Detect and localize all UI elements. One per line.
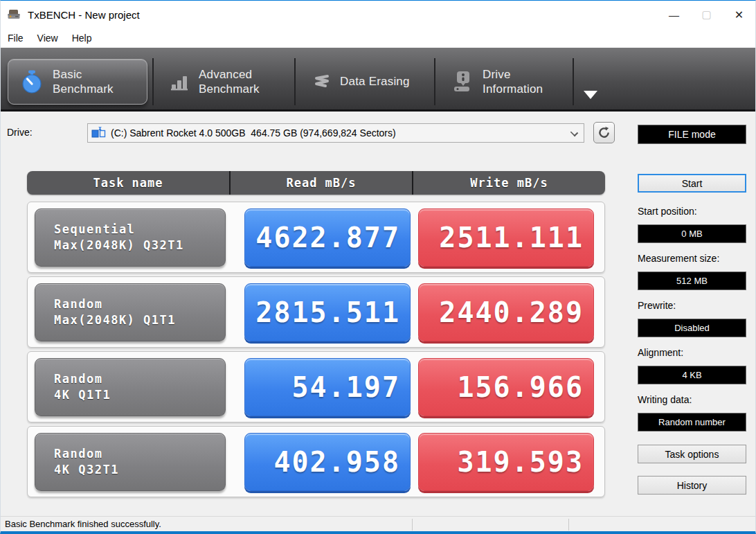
- tab-bar: BasicBenchmark AdvancedBenchmark: [1, 48, 755, 112]
- read-value: 54.197: [244, 358, 411, 416]
- table-row: Random 4K Q32T1 402.958 319.593: [27, 426, 605, 497]
- tab-label: AdvancedBenchmark: [199, 67, 260, 97]
- chevron-down-icon[interactable]: [584, 91, 597, 99]
- drive-info-icon: [452, 70, 474, 94]
- menu-bar: File View Help: [1, 28, 755, 48]
- read-value: 4622.877: [244, 208, 411, 267]
- tab-divider: [294, 58, 296, 105]
- status-divider: [568, 519, 569, 531]
- history-button[interactable]: History: [638, 476, 746, 495]
- tab-drive-information[interactable]: DriveInformation: [441, 59, 570, 105]
- partition-icon: [91, 126, 107, 140]
- menu-file[interactable]: File: [1, 30, 30, 46]
- task-button[interactable]: Random Max(2048K) Q1T1: [35, 283, 226, 341]
- alignment-label: Alignment:: [638, 347, 746, 359]
- file-mode-button[interactable]: FILE mode: [638, 125, 746, 144]
- start-position-value[interactable]: 0 MB: [638, 224, 746, 243]
- write-value: 156.966: [418, 358, 594, 416]
- stopwatch-icon: [19, 69, 44, 94]
- tab-divider: [573, 58, 574, 105]
- header-write: Write mB/s: [413, 171, 605, 195]
- write-value: 2511.111: [418, 208, 594, 267]
- maximize-button[interactable]: ▢: [690, 1, 723, 28]
- eraser-icon: [311, 71, 332, 92]
- window-title: TxBENCH - New project: [28, 9, 140, 21]
- read-value: 402.958: [244, 433, 411, 491]
- minimize-button[interactable]: —: [658, 1, 690, 28]
- table-row: Random Max(2048K) Q1T1 2815.511 2440.289: [27, 276, 605, 348]
- tab-label: BasicBenchmark: [53, 67, 114, 97]
- status-message: Basic Benchmark finished successfully.: [5, 519, 161, 529]
- writing-data-value[interactable]: Random number: [638, 413, 746, 431]
- menu-view[interactable]: View: [30, 30, 65, 46]
- refresh-icon: [597, 125, 611, 140]
- task-options-button[interactable]: Task options: [638, 445, 746, 463]
- writing-data-label: Writing data:: [638, 394, 746, 406]
- alignment-value[interactable]: 4 KB: [638, 366, 746, 384]
- main-content: Drive: (C:) Sabrent Rocket 4.0 500GB 464…: [1, 112, 755, 516]
- measurement-size-label: Measurement size:: [638, 253, 746, 265]
- app-window: TxBENCH - New project — ▢ ✕ File View He…: [0, 0, 756, 534]
- tab-label: DriveInformation: [483, 67, 543, 97]
- tab-basic-benchmark[interactable]: BasicBenchmark: [8, 59, 147, 105]
- disk-drive-icon: [7, 7, 22, 22]
- close-button[interactable]: ✕: [723, 1, 755, 28]
- tab-divider: [152, 58, 154, 105]
- header-read: Read mB/s: [229, 171, 413, 195]
- task-button[interactable]: Sequential Max(2048K) Q32T1: [35, 208, 226, 267]
- combo-chevron-icon: [570, 129, 578, 136]
- measurement-size-value[interactable]: 512 MB: [638, 272, 746, 290]
- status-bar: Basic Benchmark finished successfully.: [1, 516, 755, 531]
- drive-label: Drive:: [7, 127, 33, 138]
- drive-select-value: (C:) Sabrent Rocket 4.0 500GB 464.75 GB …: [111, 127, 396, 139]
- task-button[interactable]: Random 4K Q32T1: [35, 433, 226, 491]
- tab-divider: [434, 58, 435, 105]
- title-bar: TxBENCH - New project — ▢ ✕: [1, 1, 755, 28]
- write-value: 319.593: [418, 433, 594, 491]
- refresh-drives-button[interactable]: [593, 122, 615, 143]
- tab-label: Data Erasing: [340, 74, 410, 89]
- start-position-label: Start position:: [638, 206, 746, 217]
- drive-select[interactable]: (C:) Sabrent Rocket 4.0 500GB 464.75 GB …: [87, 123, 584, 143]
- task-button[interactable]: Random 4K Q1T1: [35, 358, 226, 416]
- table-row: Sequential Max(2048K) Q32T1 4622.877 251…: [27, 202, 605, 273]
- results-header-row: Task name Read mB/s Write mB/s: [27, 171, 605, 195]
- write-value: 2440.289: [418, 283, 594, 341]
- menu-help[interactable]: Help: [65, 30, 99, 46]
- status-divider: [412, 519, 413, 531]
- table-row: Random 4K Q1T1 54.197 156.966: [27, 351, 605, 422]
- sidebar-settings: Start position: 0 MB Measurement size: 5…: [638, 206, 746, 495]
- tab-advanced-benchmark[interactable]: AdvancedBenchmark: [159, 59, 291, 105]
- read-value: 2815.511: [244, 283, 411, 341]
- prewrite-value[interactable]: Disabled: [638, 319, 746, 337]
- header-task-name: Task name: [27, 171, 229, 195]
- start-button[interactable]: Start: [638, 174, 746, 193]
- bar-chart-icon: [170, 71, 190, 92]
- prewrite-label: Prewrite:: [638, 300, 746, 312]
- tab-data-erasing[interactable]: Data Erasing: [300, 59, 430, 105]
